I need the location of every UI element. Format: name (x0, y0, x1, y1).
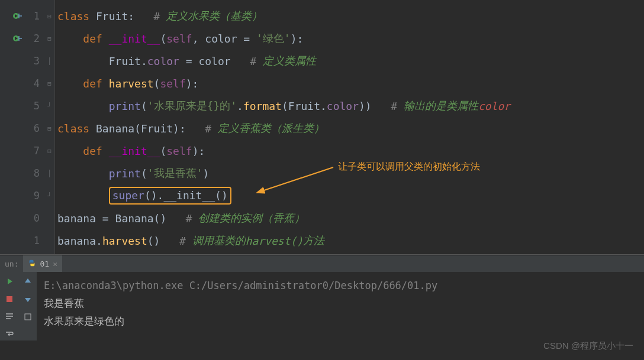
code-line: def harvest(self): (57, 72, 644, 95)
svg-rect-4 (25, 314, 31, 320)
code-editor[interactable]: 1 2 3 4 5 6 7 8 9 0 1 ⊟ ⊟ │ ⊟ ┘ ⊟ ⊟ │ ┘ … (0, 0, 644, 254)
run-label: un: (0, 260, 23, 268)
gutter-line: 2 (0, 27, 44, 50)
run-tabs-bar: un: 01 × (0, 255, 644, 272)
code-line: def __init__(self, color = '绿色'): (57, 27, 644, 50)
gutter-line: 1 (0, 229, 44, 252)
fold-toggle[interactable]: ⊟ (44, 117, 54, 140)
fold-toggle[interactable]: ⊟ (44, 5, 54, 27)
stop-button[interactable] (4, 293, 15, 305)
run-tab-name: 01 (40, 260, 49, 268)
code-line: Fruit.color = color # 定义类属性 (57, 50, 644, 72)
console-output[interactable]: E:\anaconda3\python.exe C:/Users/adminis… (37, 272, 644, 340)
fold-toggle[interactable]: ⊟ (44, 72, 54, 95)
code-line: banana.harvest() # 调用基类的harvest()方法 (57, 229, 644, 252)
run-tab[interactable]: 01 × (23, 255, 62, 272)
soft-wrap-button[interactable] (4, 329, 15, 340)
run-toolbar (0, 272, 19, 340)
fold-end: ┘ (44, 184, 54, 207)
console-line: 我是香蕉 (44, 294, 637, 312)
fold-column: ⊟ ⊟ │ ⊟ ┘ ⊟ ⊟ │ ┘ (44, 0, 55, 254)
code-line: class Fruit: # 定义水果类（基类） (57, 5, 644, 27)
highlighted-code: super().__init__() (109, 187, 231, 205)
up-button[interactable] (22, 275, 34, 287)
filter-button[interactable] (22, 311, 34, 323)
code-line: def __init__(self): (57, 140, 644, 162)
fold-guide: │ (44, 50, 54, 72)
code-line: banana = Banana() # 创建类的实例（香蕉） (57, 207, 644, 229)
gutter-line: 9 (0, 184, 44, 207)
rerun-button[interactable] (4, 275, 15, 287)
run-method-icon[interactable] (13, 34, 22, 43)
code-line: super().__init__() (57, 184, 644, 207)
svg-rect-3 (7, 296, 12, 302)
run-class-icon[interactable] (13, 11, 22, 21)
close-tab-icon[interactable]: × (53, 260, 57, 268)
fold-toggle[interactable]: ⊟ (44, 140, 54, 162)
fold-guide: │ (44, 162, 54, 184)
console-line: 水果原来是绿色的 (44, 312, 637, 330)
gutter-line: 1 (0, 5, 44, 27)
run-panel: un: 01 × E:\anaconda3\python.exe C:/User… (0, 255, 644, 340)
line-gutter: 1 2 3 4 5 6 7 8 9 0 1 (0, 0, 44, 254)
scroll-button[interactable] (4, 311, 15, 323)
gutter-line: 4 (0, 72, 44, 95)
code-line: class Banana(Fruit): # 定义香蕉类（派生类） (57, 117, 644, 140)
console-command: E:\anaconda3\python.exe C:/Users/adminis… (44, 277, 637, 294)
gutter-line: 7 (0, 140, 44, 162)
gutter-line: 0 (0, 207, 44, 229)
gutter-line: 3 (0, 50, 44, 72)
code-line: print('水果原来是{}的'.format(Fruit.color)) # … (57, 95, 644, 117)
gutter-line: 5 (0, 95, 44, 117)
gutter-line: 8 (0, 162, 44, 184)
fold-toggle[interactable]: ⊟ (44, 27, 54, 50)
down-button[interactable] (22, 293, 34, 305)
code-body[interactable]: class Fruit: # 定义水果类（基类） def __init__(se… (55, 0, 644, 254)
watermark: CSDN @程序员小十一 (543, 340, 633, 352)
python-icon (28, 259, 36, 269)
run-toolbar-2 (19, 272, 37, 340)
fold-end: ┘ (44, 95, 54, 117)
annotation-text: 让子类可以调用父类的初始化方法 (338, 161, 480, 173)
gutter-line: 6 (0, 117, 44, 140)
